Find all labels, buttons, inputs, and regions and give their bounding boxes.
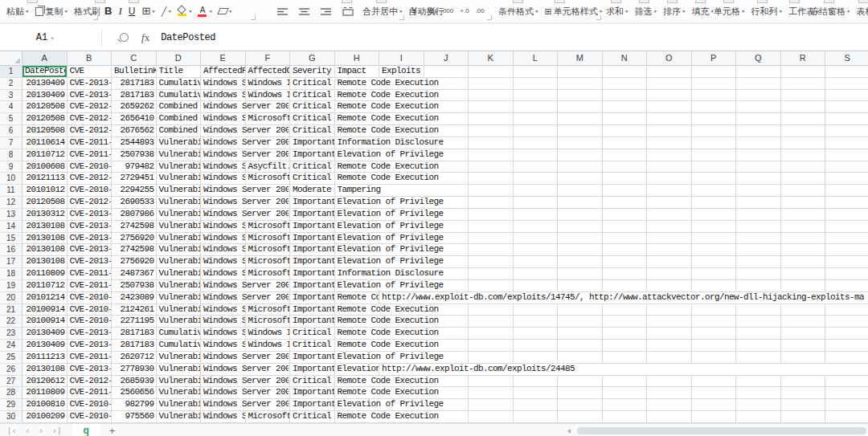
cell-F2[interactable]: Windows Internet <box>246 78 291 90</box>
cell-A19[interactable]: 20110712 <box>23 280 68 292</box>
row-header-16[interactable]: 16 <box>0 244 23 256</box>
cell-O17[interactable] <box>647 256 692 268</box>
cell-B12[interactable]: CVE-2012-0 <box>68 197 113 209</box>
cell-F15[interactable]: Microsoft <box>246 233 291 245</box>
cell-O14[interactable] <box>647 221 692 233</box>
cell-P18[interactable] <box>692 268 737 280</box>
row-header-23[interactable]: 23 <box>0 328 23 340</box>
cell-H11[interactable]: Tampering <box>335 185 380 197</box>
cell-P14[interactable] <box>692 221 737 233</box>
cell-K15[interactable] <box>469 233 514 245</box>
cell-N16[interactable] <box>603 244 648 256</box>
sort-button[interactable]: 排序▾ <box>663 1 686 22</box>
cell-L30[interactable] <box>514 411 559 423</box>
cell-O18[interactable] <box>647 268 692 280</box>
first-sheet-button[interactable]: |‹ <box>8 426 18 435</box>
row-header-14[interactable]: 14 <box>0 221 23 233</box>
cell-E25[interactable]: Windows Server 2008 <box>201 352 246 364</box>
cell-K3[interactable] <box>469 90 514 102</box>
row-header-27[interactable]: 27 <box>0 376 23 388</box>
row-header-2[interactable]: 2 <box>0 78 23 90</box>
cell-L12[interactable] <box>514 197 559 209</box>
row-header-20[interactable]: 20 <box>0 292 23 304</box>
cell-K21[interactable] <box>469 304 514 316</box>
cell-A28[interactable]: 20110809 <box>23 387 68 399</box>
cell-C27[interactable]: 2685939 <box>112 376 157 388</box>
cell-L4[interactable] <box>514 101 559 113</box>
cell-R9[interactable] <box>781 161 826 173</box>
row-header-5[interactable]: 5 <box>0 113 23 125</box>
cell-E8[interactable]: Windows Server 2008 <box>201 149 246 161</box>
cell-B21[interactable]: CVE-2010-2 <box>68 304 113 316</box>
cell-N6[interactable] <box>603 125 648 137</box>
cell-F17[interactable]: Microsoft <box>246 256 291 268</box>
thousands-format-button[interactable]: 000 <box>443 1 453 22</box>
cell-B7[interactable]: CVE-2011-1 <box>68 137 113 149</box>
cell-A21[interactable]: 20100914 <box>23 304 68 316</box>
cell-C19[interactable]: 2507938 <box>112 280 157 292</box>
cell-O19[interactable] <box>647 280 692 292</box>
cell-E22[interactable]: Windows Server 2008 <box>201 316 246 328</box>
cell-M15[interactable] <box>558 233 603 245</box>
cell-E19[interactable]: Windows Server 2008 <box>201 280 246 292</box>
bold-button[interactable]: B <box>104 1 112 22</box>
col-header-K[interactable]: K <box>469 51 514 66</box>
cell-R24[interactable] <box>781 340 826 352</box>
row-header-29[interactable]: 29 <box>0 399 23 411</box>
draw-border-button[interactable]: ╱▾ <box>162 1 171 22</box>
cell-E16[interactable]: Windows Server 2008 <box>201 244 246 256</box>
cell-N18[interactable] <box>603 268 648 280</box>
cell-D16[interactable]: Vulnerabil <box>157 244 202 256</box>
cell-S6[interactable] <box>825 125 868 137</box>
cell-R25[interactable] <box>781 352 826 364</box>
cell-D25[interactable]: Vulnerabil <box>157 352 202 364</box>
indent-button[interactable] <box>340 7 356 16</box>
col-header-A[interactable]: A <box>23 51 68 66</box>
cell-O9[interactable] <box>647 161 692 173</box>
cell-C6[interactable]: 2676562 <box>112 125 157 137</box>
cell-A4[interactable]: 20120508 <box>23 101 68 113</box>
cell-H15[interactable]: Elevation of Privilege <box>335 233 380 245</box>
cell-B20[interactable]: CVE-2010-3 <box>68 292 113 304</box>
cell-C20[interactable]: 2423089 <box>112 292 157 304</box>
cell-R14[interactable] <box>781 221 826 233</box>
cell-K24[interactable] <box>469 340 514 352</box>
cell-O13[interactable] <box>647 209 692 221</box>
row-header-24[interactable]: 24 <box>0 340 23 352</box>
cell-K23[interactable] <box>469 328 514 340</box>
cell-P21[interactable] <box>692 304 737 316</box>
cell-K4[interactable] <box>469 101 514 113</box>
cell-C14[interactable]: 2742598 <box>112 221 157 233</box>
cell-P29[interactable] <box>692 399 737 411</box>
cell-D21[interactable]: Vulnerabil <box>157 304 202 316</box>
cell-A29[interactable]: 20100810 <box>23 399 68 411</box>
cell-R21[interactable] <box>781 304 826 316</box>
cell-D17[interactable]: Vulnerabil <box>157 256 202 268</box>
cell-N3[interactable] <box>603 90 648 102</box>
cell-B2[interactable]: CVE-2013-1 <box>68 78 113 90</box>
cell-L19[interactable] <box>514 280 559 292</box>
cell-M28[interactable] <box>558 387 603 399</box>
cell-Q3[interactable] <box>736 90 781 102</box>
cell-G1[interactable]: Severity <box>290 66 335 78</box>
cell-B18[interactable]: CVE-2011-1 <box>68 268 113 280</box>
cell-G10[interactable]: Critical <box>290 173 335 185</box>
cell-C9[interactable]: 979482 <box>112 161 157 173</box>
cell-H3[interactable]: Remote Code Execution <box>335 90 380 102</box>
currency-format-button[interactable]: ¥▾ <box>411 1 421 22</box>
cell-H30[interactable]: Remote Code Execution <box>335 411 380 423</box>
cell-S11[interactable] <box>825 185 868 197</box>
cell-L7[interactable] <box>514 137 559 149</box>
cell-H10[interactable]: Remote Code Execution <box>335 173 380 185</box>
cell-Q22[interactable] <box>736 316 781 328</box>
prev-sheet-button[interactable]: ‹ <box>27 426 32 435</box>
cell-C16[interactable]: 2742598 <box>112 244 157 256</box>
cell-H29[interactable]: Elevation of Privilege <box>335 399 380 411</box>
cell-Q25[interactable] <box>736 352 781 364</box>
cell-M5[interactable] <box>558 113 603 125</box>
cell-G23[interactable]: Critical <box>290 328 335 340</box>
decrease-decimal-button[interactable]: .00 <box>476 1 485 22</box>
cell-N28[interactable] <box>603 387 648 399</box>
cell-Q28[interactable] <box>736 387 781 399</box>
name-box[interactable]: A1▾ <box>0 32 90 43</box>
